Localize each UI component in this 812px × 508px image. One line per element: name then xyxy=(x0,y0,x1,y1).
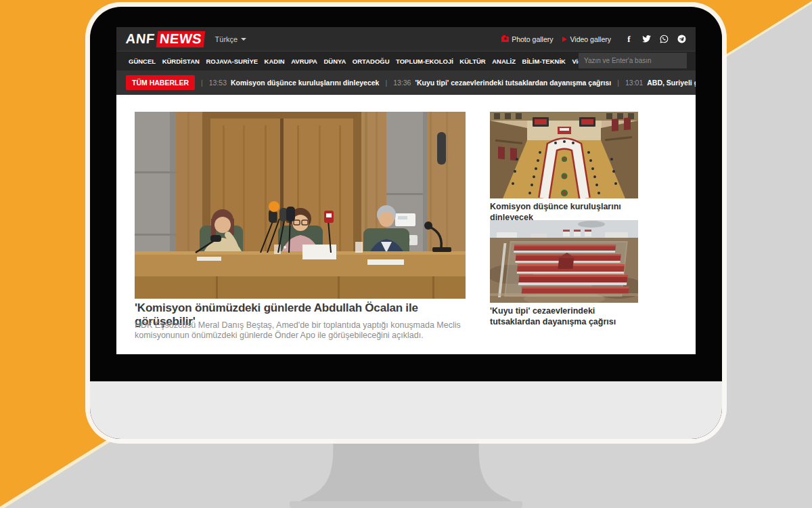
ticker-item-link[interactable]: Komisyon düşünce kuruluşlarını dinleyece… xyxy=(231,79,379,87)
sidebar-article-1-image[interactable] xyxy=(490,112,638,198)
nav-item-toplum-ekoloji[interactable]: TOPLUM-EKOLOJİ xyxy=(396,58,453,65)
ticker-separator: | xyxy=(385,79,387,87)
all-news-button[interactable]: TÜM HABERLER xyxy=(126,75,195,90)
ticker-item-link[interactable]: 'Kuyu tipi' cezaevlerindeki tutsaklardan… xyxy=(415,79,611,87)
photo-gallery-label: Photo gallery xyxy=(512,35,553,43)
ticker-separator: | xyxy=(201,79,203,87)
nav-item-avrupa[interactable]: AVRUPA xyxy=(291,58,317,65)
nav-item-guncel[interactable]: GÜNCEL xyxy=(129,58,156,65)
sidebar-article-2-title[interactable]: 'Kuyu tipi' cezaevlerindeki tutsaklardan… xyxy=(490,306,642,327)
browser-screen: ANF NEWS Türkçe Photo gallery Video gall… xyxy=(116,27,696,354)
header-right-links: Photo gallery Video gallery f xyxy=(501,35,686,43)
ticker-item-time: 13:36 xyxy=(393,79,411,87)
logo-news-text: NEWS xyxy=(156,31,205,47)
nav-item-dunya[interactable]: DÜNYA xyxy=(323,58,346,65)
nav-item-analiz[interactable]: ANALİZ xyxy=(492,58,516,65)
play-icon xyxy=(562,37,567,42)
monitor-chin xyxy=(90,381,722,439)
nav-item-kadin[interactable]: KADIN xyxy=(265,58,285,65)
nav-item-bilim-teknik[interactable]: BİLİM-TEKNİK xyxy=(522,58,566,65)
page-root: { "brand": {"logo_anf": "ANF", "logo_new… xyxy=(0,0,812,508)
facebook-icon[interactable]: f xyxy=(625,35,633,43)
nav-item-kurdistan[interactable]: KÜRDİSTAN xyxy=(162,58,200,65)
logo-anf-text: ANF xyxy=(125,31,156,47)
ticker-separator: | xyxy=(617,79,619,87)
chevron-down-icon xyxy=(241,38,246,41)
sidebar-article-2-image[interactable] xyxy=(490,220,638,303)
main-article-image[interactable] xyxy=(135,112,466,299)
nav-item-kultur[interactable]: KÜLTÜR xyxy=(459,58,485,65)
main-article-summary: HDK Eşsözcüsü Meral Danış Beştaş, Amed'd… xyxy=(135,320,468,341)
whatsapp-icon[interactable] xyxy=(660,35,669,43)
news-ticker: TÜM HABERLER | 13:53 Komisyon düşünce ku… xyxy=(116,70,696,95)
photo-gallery-link[interactable]: Photo gallery xyxy=(501,35,553,43)
social-links: f xyxy=(625,35,686,43)
telegram-icon[interactable] xyxy=(677,35,686,43)
video-gallery-label: Video gallery xyxy=(570,35,611,43)
monitor-frame: ANF NEWS Türkçe Photo gallery Video gall… xyxy=(90,7,722,439)
search-input[interactable] xyxy=(579,53,687,68)
anf-news-logo[interactable]: ANF NEWS xyxy=(126,31,204,47)
twitter-icon[interactable] xyxy=(642,35,651,43)
nav-item-ortadogu[interactable]: ORTADOĞU xyxy=(353,58,390,65)
ticker-item-time: 13:53 xyxy=(209,79,227,87)
camera-icon xyxy=(501,37,509,42)
video-gallery-link[interactable]: Video gallery xyxy=(562,35,611,43)
language-label: Türkçe xyxy=(215,35,238,43)
nav-item-rojava-suriye[interactable]: ROJAVA-SURİYE xyxy=(206,58,258,65)
ticker-item-time: 13:01 xyxy=(625,79,643,87)
ticker-item-link[interactable]: ABD, Suriyeli göçmenlere yönelik koruma … xyxy=(647,79,696,87)
language-selector[interactable]: Türkçe xyxy=(215,35,247,43)
site-header: ANF NEWS Türkçe Photo gallery Video gall… xyxy=(116,27,696,51)
monitor-stand xyxy=(284,439,528,508)
